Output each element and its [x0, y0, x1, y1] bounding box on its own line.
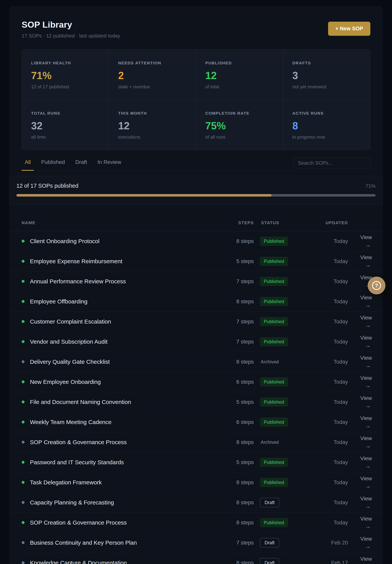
view-link[interactable]: View → [353, 476, 372, 489]
view-link[interactable]: View → [353, 355, 372, 369]
tab-draft[interactable]: Draft [72, 159, 90, 171]
arrow-right-icon: → [365, 423, 372, 429]
new-sop-button[interactable]: + New SOP [328, 22, 370, 36]
status-dot [22, 561, 25, 564]
arrow-right-icon: → [365, 342, 372, 349]
sop-steps: 8 steps [227, 520, 254, 526]
sop-status-cell: Draft [258, 538, 307, 548]
status-dot [22, 300, 25, 303]
table-row: Weekly Team Meeting Cadence 6 steps Publ… [9, 412, 383, 432]
view-label: View [360, 435, 372, 441]
status-badge: Published [260, 237, 288, 246]
status-dot [22, 441, 25, 444]
status-badge: Published [260, 518, 288, 527]
view-link[interactable]: View → [353, 335, 372, 349]
sop-name: Knowledge Capture & Documentation [30, 560, 127, 564]
status-badge: Published [260, 317, 288, 326]
view-link[interactable]: View → [353, 395, 372, 409]
stat-label: COMPLETION RATE [205, 111, 274, 116]
table-body: Client Onboarding Protocol 8 steps Publi… [9, 231, 383, 564]
sop-name: Vendor and Subscription Audit [30, 338, 108, 345]
sop-steps: 8 steps [227, 560, 254, 564]
stat-value: 75% [205, 120, 274, 132]
status-badge: Archived [260, 437, 279, 447]
sop-status-cell: Published [258, 237, 307, 246]
tabs-row: All Published Draft In Review [22, 158, 370, 171]
stat-cell: PUBLISHED 12 of total [196, 49, 283, 100]
tab-published[interactable]: Published [38, 159, 68, 171]
sop-name-cell: Customer Complaint Escalation [22, 318, 222, 325]
sop-name-cell: Delivery Quality Gate Checklist [22, 359, 222, 365]
sop-name: Weekly Team Meeting Cadence [30, 419, 111, 425]
sop-name: Capacity Planning & Forecasting [30, 499, 114, 506]
view-link[interactable]: View → [353, 556, 372, 564]
stat-sublabel: not yet reviewed [292, 84, 361, 89]
sop-status-cell: Published [258, 337, 307, 346]
sop-status-cell: Published [258, 257, 307, 266]
view-link[interactable]: View → [353, 435, 372, 449]
status-dot [22, 280, 25, 283]
view-link[interactable]: View → [353, 455, 372, 469]
page-title: SOP Library [22, 20, 370, 30]
sop-name: Delivery Quality Gate Checklist [30, 359, 110, 365]
table-row: Task Delegation Framework 8 steps Publis… [9, 472, 383, 493]
status-dot [22, 421, 25, 423]
status-badge: Published [260, 257, 288, 266]
sop-name: Employee Offboarding [30, 298, 87, 305]
sop-steps: 7 steps [227, 319, 254, 325]
page-subtitle: 17 SOPs · 12 published · last updated to… [22, 33, 370, 39]
sop-status-cell: Published [258, 418, 307, 427]
sop-status-cell: Published [258, 458, 307, 467]
sop-name-cell: SOP Creation & Governance Process [22, 439, 222, 446]
sop-status-cell: Draft [258, 558, 307, 564]
sop-steps: 8 steps [227, 479, 254, 486]
status-badge: Published [260, 337, 288, 346]
view-link[interactable]: View → [353, 375, 372, 389]
sop-steps: 5 steps [227, 399, 254, 405]
sop-name-cell: Knowledge Capture & Documentation [22, 560, 222, 564]
status-badge: Published [260, 297, 288, 306]
view-link[interactable]: View → [353, 234, 372, 248]
view-link[interactable]: View → [353, 516, 372, 530]
table-row: Client Onboarding Protocol 8 steps Publi… [9, 231, 383, 251]
sop-steps: 8 steps [227, 298, 254, 305]
sop-status-cell: Published [258, 397, 307, 407]
sop-status-cell: Published [258, 317, 307, 326]
view-link[interactable]: View → [353, 415, 372, 429]
view-link[interactable]: View → [353, 536, 372, 550]
view-link[interactable]: View → [353, 254, 372, 268]
sop-name-cell: File and Document Naming Convention [22, 399, 222, 405]
sop-status-cell: Archived [258, 437, 307, 447]
stat-value: 71% [31, 70, 99, 81]
status-dot [22, 320, 25, 323]
tab-all[interactable]: All [22, 159, 34, 171]
sop-status-cell: Published [258, 518, 307, 527]
sop-updated: Feb 17 [311, 560, 348, 564]
status-dot [22, 400, 25, 403]
help-button[interactable]: ? [368, 277, 385, 294]
progress-label: 12 of 17 SOPs published [16, 183, 78, 189]
view-label: View [360, 556, 372, 562]
view-link[interactable]: View → [353, 495, 372, 509]
arrow-right-icon: → [365, 443, 372, 449]
sop-library-page: SOP Library 17 SOPs · 12 published · las… [9, 6, 383, 564]
sop-steps: 5 steps [227, 459, 254, 465]
arrow-right-icon: → [365, 543, 372, 550]
view-label: View [360, 495, 372, 502]
view-label: View [360, 516, 372, 522]
sop-name: File and Document Naming Convention [30, 399, 131, 405]
view-label: View [360, 355, 372, 361]
sop-updated: Today [311, 298, 348, 305]
view-link[interactable]: View → [353, 295, 372, 309]
view-link[interactable]: View → [353, 315, 372, 329]
view-label: View [360, 395, 372, 401]
status-dot [22, 340, 25, 343]
stats-card: LIBRARY HEALTH 71% 12 of 17 published NE… [22, 49, 370, 150]
sop-updated: Today [311, 319, 348, 325]
sop-name: Business Continuity and Key Person Plan [30, 539, 137, 546]
sop-name-cell: Client Onboarding Protocol [22, 238, 222, 244]
tab-in-review[interactable]: In Review [95, 159, 124, 171]
sop-updated: Today [311, 278, 348, 284]
search-input[interactable] [293, 157, 370, 169]
status-badge: Published [260, 397, 288, 407]
